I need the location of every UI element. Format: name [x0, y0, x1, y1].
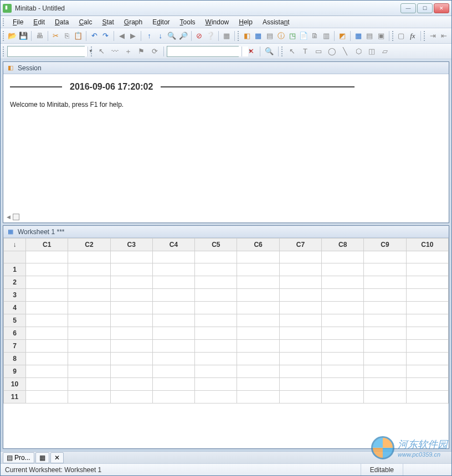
- cell[interactable]: [68, 302, 110, 314]
- col-header[interactable]: C9: [364, 239, 406, 251]
- cell[interactable]: [152, 353, 194, 365]
- col-header[interactable]: C8: [322, 239, 364, 251]
- cell[interactable]: [152, 391, 194, 403]
- cell[interactable]: [26, 263, 68, 276]
- row-header[interactable]: 9: [4, 365, 26, 378]
- cell[interactable]: [279, 365, 321, 378]
- cell[interactable]: [279, 263, 321, 276]
- cell[interactable]: [364, 353, 406, 365]
- cell[interactable]: [364, 378, 406, 391]
- cell[interactable]: [195, 353, 237, 365]
- tab-2[interactable]: ▦: [35, 452, 49, 463]
- print-icon[interactable]: 🖶: [34, 30, 44, 42]
- minimize-button[interactable]: —: [400, 3, 416, 13]
- cell[interactable]: [195, 289, 237, 302]
- pointer-icon[interactable]: ↖: [286, 45, 298, 58]
- cell[interactable]: [364, 263, 406, 276]
- cell[interactable]: [237, 327, 279, 340]
- text-tool-icon[interactable]: T: [299, 45, 311, 58]
- cell[interactable]: [110, 353, 152, 365]
- col-name[interactable]: [195, 251, 237, 263]
- flag-icon[interactable]: ⚑: [135, 45, 147, 58]
- menubar-grip[interactable]: [3, 18, 5, 26]
- cell[interactable]: [26, 391, 68, 403]
- menu-tools[interactable]: Tools: [176, 17, 200, 27]
- cell[interactable]: [406, 391, 448, 403]
- cell[interactable]: [279, 276, 321, 289]
- worksheet-body[interactable]: ↓ C1 C2 C3 C4 C5 C6 C7 C8 C9 C10: [3, 238, 449, 448]
- cell[interactable]: [152, 327, 194, 340]
- help-icon[interactable]: ❔: [206, 30, 215, 42]
- cell[interactable]: [110, 327, 152, 340]
- cell[interactable]: [195, 378, 237, 391]
- cell[interactable]: [26, 365, 68, 378]
- cell[interactable]: [110, 276, 152, 289]
- corner-cell[interactable]: ↓: [4, 239, 26, 251]
- cell[interactable]: [26, 340, 68, 353]
- item-input[interactable]: [168, 46, 248, 56]
- toolbar1c-grip[interactable]: [392, 31, 394, 41]
- select-icon[interactable]: ↖: [95, 45, 107, 58]
- toolbar2b-grip[interactable]: [91, 46, 93, 56]
- cell[interactable]: [406, 365, 448, 378]
- cell[interactable]: [364, 314, 406, 327]
- cell[interactable]: [279, 314, 321, 327]
- info-icon[interactable]: ⓘ: [276, 30, 286, 42]
- col-name[interactable]: [322, 251, 364, 263]
- delete-icon[interactable]: ✕: [245, 45, 257, 58]
- cell[interactable]: [237, 340, 279, 353]
- col-name[interactable]: [152, 251, 194, 263]
- down-arrow-icon[interactable]: ↓: [156, 30, 166, 42]
- cell[interactable]: [279, 391, 321, 403]
- cell[interactable]: [322, 340, 364, 353]
- cell[interactable]: [364, 289, 406, 302]
- cell[interactable]: [364, 340, 406, 353]
- item-dropdown[interactable]: ▼: [167, 46, 239, 57]
- cell[interactable]: [195, 391, 237, 403]
- history-icon[interactable]: ◳: [287, 30, 297, 42]
- cell[interactable]: [364, 276, 406, 289]
- cell[interactable]: [406, 276, 448, 289]
- cell[interactable]: [195, 302, 237, 314]
- project-icon[interactable]: 🗎: [310, 30, 320, 42]
- cell[interactable]: [110, 378, 152, 391]
- cell[interactable]: [68, 263, 110, 276]
- find-next-icon[interactable]: 🔎: [178, 30, 188, 42]
- cell[interactable]: [322, 302, 364, 314]
- cell[interactable]: [237, 353, 279, 365]
- crosshair-icon[interactable]: ＋: [122, 45, 134, 58]
- find-icon[interactable]: 🔍: [167, 30, 177, 42]
- cell[interactable]: [406, 340, 448, 353]
- redo-icon[interactable]: ↷: [101, 30, 111, 42]
- cell[interactable]: [279, 302, 321, 314]
- cell[interactable]: [68, 327, 110, 340]
- col-name[interactable]: [110, 251, 152, 263]
- col-name[interactable]: [68, 251, 110, 263]
- paste-icon[interactable]: 📋: [73, 30, 83, 42]
- cell[interactable]: [152, 314, 194, 327]
- cell[interactable]: [110, 314, 152, 327]
- line-tool-icon[interactable]: ╲: [339, 45, 351, 58]
- save-icon[interactable]: 💾: [18, 30, 28, 42]
- report-icon[interactable]: 📄: [299, 30, 309, 42]
- cell[interactable]: [237, 289, 279, 302]
- cell[interactable]: [237, 314, 279, 327]
- cell[interactable]: [26, 276, 68, 289]
- row-header[interactable]: 5: [4, 314, 26, 327]
- cell[interactable]: [152, 276, 194, 289]
- col-header[interactable]: C10: [406, 239, 448, 251]
- cell[interactable]: [195, 314, 237, 327]
- row-header[interactable]: 1: [4, 263, 26, 276]
- marker-tool-icon[interactable]: ◫: [366, 45, 378, 58]
- nav-box[interactable]: [13, 214, 19, 220]
- cell[interactable]: [406, 327, 448, 340]
- cell[interactable]: [26, 289, 68, 302]
- tab-project[interactable]: ▤ Pro...: [3, 452, 34, 463]
- cell[interactable]: [68, 289, 110, 302]
- cell[interactable]: [322, 378, 364, 391]
- col-name[interactable]: [26, 251, 68, 263]
- polygon-tool-icon[interactable]: ▱: [379, 45, 391, 58]
- cell[interactable]: [110, 289, 152, 302]
- toolbar1d-grip[interactable]: [424, 31, 426, 41]
- row-header[interactable]: 10: [4, 378, 26, 391]
